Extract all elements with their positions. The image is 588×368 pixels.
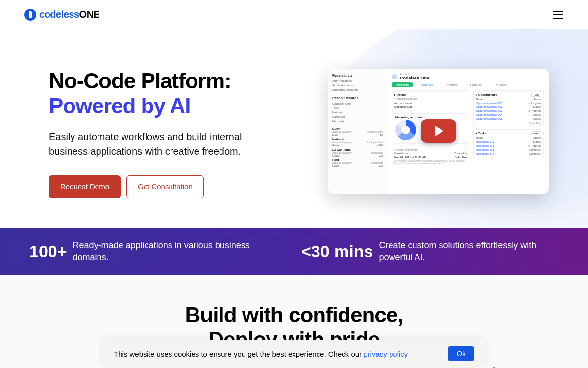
hero-cta-row: Request Demo Get Consultation (49, 175, 294, 198)
list-item: Codeless One (332, 102, 383, 106)
privacy-policy-link[interactable]: privacy policy (364, 350, 408, 358)
preview-side-h1: Recent Lists (332, 74, 383, 77)
account-name: Codeless One (400, 76, 429, 80)
cookie-ok-button[interactable]: Ok (448, 346, 474, 361)
tab-item: Progress (466, 82, 486, 87)
preview-sidebar: Recent Lists Amrk Accounts Active Accoun… (328, 69, 387, 194)
cookie-text: This website uses cookies to ensure you … (114, 350, 408, 358)
hero-section: No-Code Platform: Powered by AI Easily a… (0, 29, 588, 228)
stat-text: Create custom solutions effortlessly wit… (379, 239, 559, 263)
hero-title: No-Code Platform: Powered by AI (49, 69, 294, 118)
menu-icon[interactable] (553, 11, 564, 19)
show-all-link: Show All → (476, 122, 541, 125)
hero-subtitle: Easily automate workflows and build inte… (49, 130, 274, 158)
cookie-banner: This website uses cookies to ensure you … (103, 340, 485, 368)
preview-col-right: ▸ Opportunities + Add NameStatus Opportu… (473, 90, 544, 170)
play-icon[interactable] (421, 119, 456, 143)
tab-item: Progress (442, 82, 462, 87)
logo-text: codelessONE (39, 9, 99, 20)
logo-word-thin: codeless (39, 9, 79, 20)
stat-number: <30 mins (301, 242, 373, 261)
logo-word-bold: ONE (79, 9, 100, 20)
preview-tabs: Progress Progress Progress Progress Prog… (392, 82, 544, 87)
request-demo-button[interactable]: Request Demo (49, 175, 121, 198)
video-preview-card[interactable]: Recent Lists Amrk Accounts Active Accoun… (328, 69, 549, 194)
opportunities-card: ▸ Opportunities + Add NameStatus Opportu… (473, 90, 544, 127)
list-item: Ford Account CategoryAccount ID Golden00… (332, 158, 383, 167)
hero-media: Recent Lists Amrk Accounts Active Accoun… (314, 64, 564, 198)
list-item: Active Accounts (332, 83, 383, 88)
card-title: ▸ Details (394, 93, 467, 96)
site-header: codelessONE (0, 0, 588, 29)
list-item: Facebook (332, 115, 383, 119)
card-title: ▸ Opportunities (476, 93, 497, 96)
stats-bar: 100+ Ready-made applications in various … (0, 228, 588, 275)
card-title: ▸ Tasks (476, 131, 486, 135)
stat-item: 100+ Ready-made applications in various … (29, 239, 287, 263)
tab-item: Progress (417, 82, 437, 87)
hero-title-line1: No-Code Platform: (49, 69, 231, 93)
details-card: ▸ Details • Account Information Account … (392, 90, 469, 111)
preview-side-list2: Codeless One Tesla National Facebook Mic… (332, 102, 383, 124)
stat-item: <30 mins Create custom solutions effortl… (301, 239, 559, 263)
brand-logo[interactable]: codelessONE (24, 9, 99, 21)
preview-side-cards: NYPD Account CategoryEmployee Size Silve… (332, 128, 383, 167)
stat-text: Ready-made applications in various busin… (73, 239, 287, 263)
list-item: EZ Car Rental Account CategoryAccount ID… (332, 148, 383, 157)
list-item: National Account CategoryEmployee Size G… (332, 138, 383, 147)
list-item: National (332, 110, 383, 115)
get-consultation-button[interactable]: Get Consultation (126, 175, 204, 198)
preview-cols: ▸ Details • Account Information Account … (392, 90, 544, 170)
preview-top: Account Codeless One (392, 73, 544, 80)
logo-mark-icon (24, 9, 36, 21)
preview-side-list1: Amrk Accounts Active Accounts Enterprise… (332, 79, 383, 92)
system-info-card: • System Information Created onCreated b… (392, 146, 469, 168)
tab-progress: Progress (392, 82, 413, 87)
build-title-l1: Build with confidence, (185, 303, 403, 327)
add-button: + Add (531, 131, 541, 135)
list-item: Enterprise Accounts (332, 88, 383, 92)
preview-main: Account Codeless One Progress Progress P… (387, 69, 549, 194)
card-title: Marketing activities (395, 116, 423, 119)
list-item: Tesla (332, 106, 383, 110)
tasks-card: ▸ Tasks + Add NameStatus Task name 001St… (473, 129, 544, 158)
list-item: Microsoft (332, 119, 383, 124)
add-button: + Add (531, 93, 541, 97)
tab-item: Progress (491, 82, 511, 87)
avatar-icon (392, 74, 397, 79)
list-item: NYPD Account CategoryEmployee Size Silve… (332, 128, 383, 136)
list-item: Amrk Accounts (332, 79, 383, 83)
donut-chart-icon (395, 120, 416, 140)
hero-title-line2: Powered by AI (49, 94, 294, 119)
stat-number: 100+ (29, 242, 67, 261)
preview-side-h2: Recent Records (332, 96, 383, 100)
hero-content: No-Code Platform: Powered by AI Easily a… (49, 64, 294, 198)
